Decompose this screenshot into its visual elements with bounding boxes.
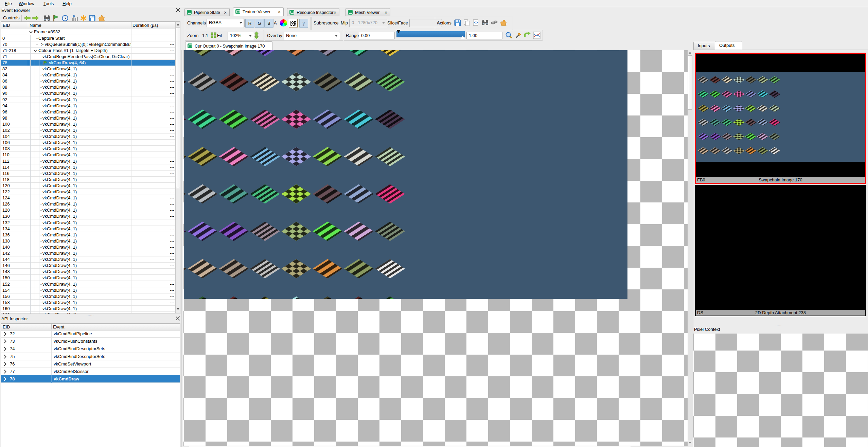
svg-text:<>: <> — [474, 21, 478, 24]
